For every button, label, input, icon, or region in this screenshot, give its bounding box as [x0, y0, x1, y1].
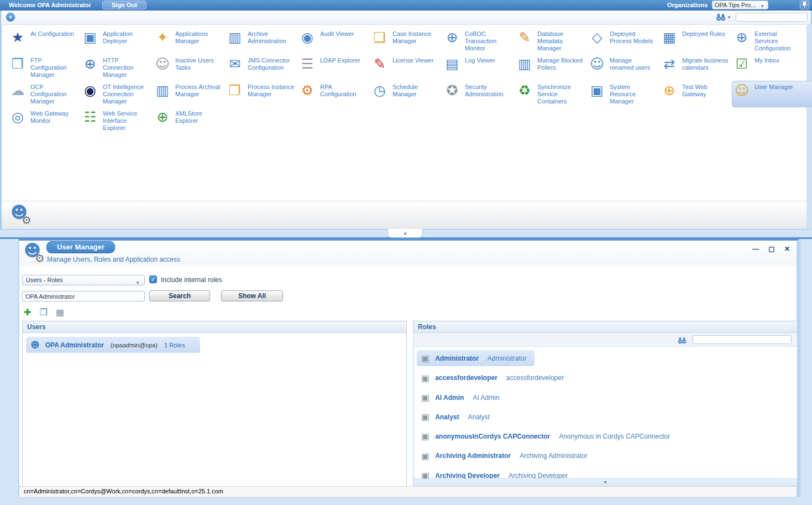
app-launcher-item[interactable]: ☷ Web Service Interface Explorer: [80, 107, 151, 134]
role-icon: ▣: [421, 392, 429, 403]
user-search-input[interactable]: [22, 291, 145, 301]
clone-user-icon[interactable]: ❐: [40, 307, 48, 317]
app-launcher-item[interactable]: ▣ Application Deployer: [80, 28, 151, 54]
synchronize-service-containers-icon: ♻: [516, 82, 533, 100]
open-apps-taskbar: ☻ ⚙: [0, 201, 812, 230]
app-launcher-item[interactable]: ✦ Applications Manager: [153, 28, 223, 54]
app-launcher-item[interactable]: ☺ User Manager: [732, 81, 812, 107]
roles-search-input[interactable]: [692, 335, 792, 344]
collapse-launcher-button[interactable]: ▼: [6, 13, 15, 22]
user-row[interactable]: ☻ OPA Administrator (opaadmin@opa) 1 Rol…: [26, 337, 200, 353]
app-launcher-item[interactable]: ⊕ Test Web Gateway: [659, 81, 730, 107]
user-manager-window-icon: ☻ ⚙: [23, 242, 46, 265]
role-name: AI Admin: [435, 394, 464, 402]
user-name: OPA Administrator: [45, 341, 104, 349]
view-mode-select[interactable]: Users - Roles ▼: [22, 275, 145, 285]
case-instance-manager-icon: ❏: [371, 29, 389, 46]
app-launcher-item[interactable]: ⊕ HTTP Connection Manager: [80, 54, 151, 81]
app-launcher-item[interactable]: ❐ Process Instance Manager: [225, 81, 296, 107]
app-label: Case Instance Manager: [392, 29, 439, 45]
organization-icon[interactable]: ▦: [56, 307, 64, 317]
app-launcher-item[interactable]: ✎ Database Metadata Manager: [515, 28, 585, 54]
app-launcher-item[interactable]: ◇ Deployed Process Models: [587, 28, 658, 54]
app-launcher-item[interactable]: ◉ OT Intelligence Connection Manager: [80, 81, 151, 107]
organization-select[interactable]: OPA Tips Pro... ▼: [712, 1, 768, 9]
app-launcher-item[interactable]: ◉ Audit Viewer: [297, 28, 368, 54]
app-launcher-item[interactable]: ▥ Manage Blocked Pollers: [515, 54, 585, 81]
organization-selected-value: OPA Tips Pro...: [715, 2, 756, 8]
chevron-down-icon: ▼: [8, 15, 13, 20]
app-launcher-item[interactable]: ✎ License Viewer: [370, 54, 441, 81]
app-launcher-item[interactable]: ❐ FTP Configuration Manager: [8, 54, 78, 81]
app-launcher-item[interactable]: ☑ My Inbox: [732, 54, 803, 81]
user-manager-window: ☻ ⚙ User Manager Manage Users, Roles and…: [18, 239, 800, 497]
role-name: Analyst: [435, 413, 459, 421]
search-binoculars-icon[interactable]: [716, 13, 726, 23]
search-button[interactable]: Search: [149, 290, 210, 301]
app-launcher-item[interactable]: ⊕ XMLStore Explorer: [153, 107, 223, 134]
role-row[interactable]: ▣ anonymousInCordys CAPConnector Anonymo…: [417, 428, 678, 444]
launcher-toolbar: ▼ ▼: [0, 11, 812, 25]
app-launcher-item[interactable]: ▤ Log Viewer: [442, 54, 513, 81]
app-launcher-item[interactable]: ✉ JMS Connector Configuration: [225, 54, 296, 81]
app-launcher-item[interactable]: ▣ System Resource Manager: [587, 81, 658, 107]
maximize-button[interactable]: ▢: [768, 245, 774, 253]
app-launcher-item[interactable]: ★ AI Configuration: [8, 28, 78, 54]
app-launcher-item[interactable]: ☁ OCP Configuration Manager: [8, 81, 78, 107]
app-launcher-item[interactable]: ▦ Deployed Rules: [659, 28, 730, 54]
role-row[interactable]: ▣ accessfordeveloper accessfordeveloper: [417, 369, 572, 386]
ot-intelligence-connection-manager-icon: ◉: [81, 82, 99, 100]
search-options-caret-icon[interactable]: ▼: [727, 15, 731, 20]
expand-dock-tab[interactable]: ▲: [387, 229, 423, 238]
app-label: OT Intelligence Connection Manager: [103, 82, 150, 105]
database-metadata-manager-icon: ✎: [516, 29, 533, 46]
jms-connector-configuration-icon: ✉: [226, 55, 244, 73]
add-user-icon[interactable]: ✚: [24, 307, 31, 317]
show-all-button[interactable]: Show All: [221, 290, 283, 301]
external-services-configuration-icon: ⊕: [733, 29, 751, 46]
app-launcher-item[interactable]: ◎ Web Gateway Monitor: [8, 107, 78, 134]
sign-out-button[interactable]: Sign Out: [102, 1, 146, 9]
role-row[interactable]: ▣ Analyst Analyst: [417, 409, 497, 425]
app-launcher-item[interactable]: ✪ Security Administration: [442, 81, 513, 107]
app-label: Schedule Manager: [392, 82, 439, 98]
app-launcher-item[interactable]: ⚙ RPA Configuration: [297, 81, 368, 107]
app-label: Manage Blocked Pollers: [537, 55, 584, 71]
pin-button[interactable]: [800, 1, 809, 9]
status-bar: cn=Administrator,cn=Cordys@Work,cn=cordy…: [19, 486, 797, 497]
role-row[interactable]: ▣ AI Admin AI Admin: [417, 389, 507, 405]
app-launcher-item[interactable]: ◷ Schedule Manager: [370, 81, 441, 107]
role-row[interactable]: ▣ Administrator Administrator: [417, 350, 535, 366]
view-mode-value: Users - Roles: [26, 277, 63, 283]
app-label: Process Archival Manager: [175, 82, 222, 98]
app-launcher-item[interactable]: ☺ Inactive Users Tasks: [153, 54, 223, 81]
role-description: Analyst: [468, 413, 489, 421]
schedule-manager-icon: ◷: [371, 82, 389, 100]
process-instance-manager-icon: ❐: [226, 82, 244, 100]
app-launcher-item[interactable]: ⇄ Migrate business calendars: [659, 54, 730, 81]
app-launcher-item[interactable]: ☰ LDAP Explorer: [297, 54, 368, 81]
app-launcher-item[interactable]: ☺ Manage renamed users: [587, 54, 658, 81]
roles-list: ▣ Administrator Administrator ▣ accessfo…: [413, 347, 797, 483]
app-label: Inactive Users Tasks: [175, 55, 222, 71]
include-internal-roles-checkbox[interactable]: ✓: [149, 275, 157, 283]
user-manager-taskbar-icon[interactable]: ☻ ⚙: [9, 204, 33, 227]
roles-scroll-down[interactable]: ▼: [413, 478, 797, 487]
include-internal-roles-label: Include internal roles: [161, 276, 222, 284]
user-actions-toolbar: ✚ ❐ ▦: [24, 307, 70, 317]
launcher-search-input[interactable]: [736, 13, 808, 22]
app-launcher-item[interactable]: ♻ Synchronize Service Containers: [515, 81, 585, 107]
close-button[interactable]: ✕: [784, 245, 790, 253]
user-roles-count[interactable]: 1 Roles: [164, 342, 185, 348]
app-launcher-item[interactable]: ▥ Archive Administration: [225, 28, 296, 54]
roles-search-binoculars-icon[interactable]: [678, 336, 687, 346]
app-launcher-item[interactable]: ⊕ External Services Configuration: [732, 28, 803, 54]
app-launcher-item[interactable]: ▥ Process Archival Manager: [153, 81, 223, 107]
role-row[interactable]: ▣ Archiving Administrator Archiving Admi…: [417, 447, 595, 464]
chevron-down-icon: ▼: [603, 480, 608, 485]
minimize-button[interactable]: —: [752, 245, 759, 253]
app-launcher-item[interactable]: ❏ Case Instance Manager: [370, 28, 441, 54]
window-controls: — ▢ ✕: [745, 245, 790, 253]
chevron-down-icon: ▼: [135, 278, 140, 288]
app-launcher-item[interactable]: ⊕ CoBOC Transaction Monitor: [442, 28, 513, 54]
